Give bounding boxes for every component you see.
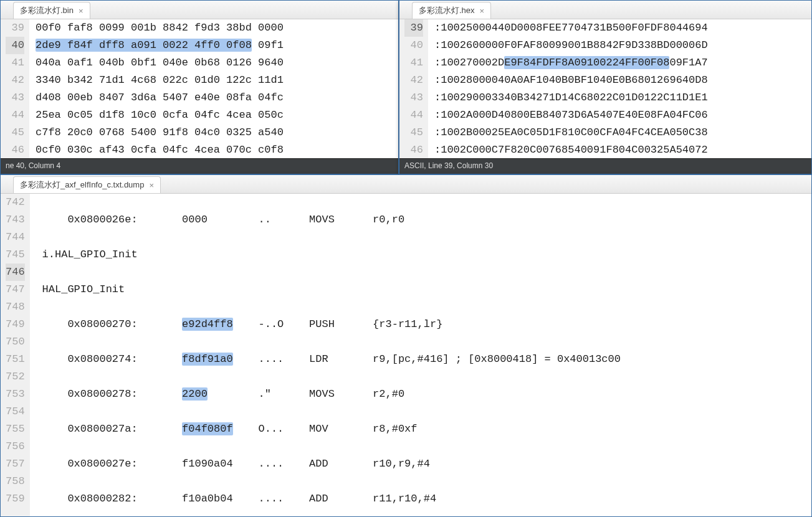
line-number: 45 bbox=[404, 124, 423, 141]
disasm-row[interactable] bbox=[42, 263, 811, 281]
disasm-row[interactable] bbox=[42, 194, 811, 211]
disasm-address: 0x0800027e: bbox=[42, 458, 182, 470]
hex-window: 多彩流水灯.hex × 3940414243444546 :1002500044… bbox=[399, 0, 812, 174]
tabbar-bin: 多彩流水灯.bin × bbox=[1, 1, 398, 19]
text-segment: :1002C000C7F820C00768540091F804C00325A54… bbox=[434, 144, 708, 156]
disasm-row[interactable]: i.HAL_GPIO_Init bbox=[42, 246, 811, 263]
tab-bin[interactable]: 多彩流水灯.bin × bbox=[13, 2, 90, 19]
line-number: 42 bbox=[404, 72, 423, 89]
line-number: 751 bbox=[6, 351, 25, 368]
disasm-address: 0x08000274: bbox=[42, 353, 182, 365]
disasm-address: 0x08000282: bbox=[42, 493, 182, 505]
line-number: 43 bbox=[6, 89, 24, 107]
line-number: 746 bbox=[6, 263, 25, 281]
statusbar-hex: ASCII, Line 39, Column 30 bbox=[399, 158, 811, 174]
disasm-opcode: 2200 bbox=[182, 387, 208, 401]
disasm-row[interactable] bbox=[42, 473, 811, 490]
text-segment: 0cf0 030c af43 0cfa 04fc 4cea 070c c0f8 bbox=[36, 144, 284, 156]
disasm-label: HAL_GPIO_Init bbox=[42, 283, 125, 295]
line-number: 39 bbox=[6, 19, 24, 37]
tab-hex[interactable]: 多彩流水灯.hex × bbox=[412, 2, 491, 19]
disasm-row[interactable] bbox=[42, 229, 811, 246]
disasm-row[interactable]: 0x08000282: f10a0b04 .... ADD r11,r10,#4 bbox=[42, 490, 811, 508]
code-row[interactable]: d408 00eb 8407 3d6a 5407 e40e 08fa 04fc bbox=[36, 89, 398, 107]
text-segment: 09F1A7 bbox=[669, 57, 707, 69]
code-row[interactable]: :10025000440D0008FEE7704731B500F0FDF8044… bbox=[434, 19, 811, 37]
disasm-row[interactable] bbox=[42, 403, 811, 420]
disasm-operands: .. MOVS r0,r0 bbox=[208, 214, 404, 225]
disasm-row[interactable] bbox=[42, 333, 811, 351]
close-icon[interactable]: × bbox=[79, 7, 84, 15]
disasm-row[interactable]: 0x0800027e: f1090a04 .... ADD r10,r9,#4 bbox=[42, 455, 811, 473]
line-number: 46 bbox=[6, 141, 24, 158]
code-row[interactable]: :100270002DE9F84FDFF8A09100224FF00F0809F… bbox=[434, 54, 811, 72]
tab-label: 多彩流水灯_axf_elfInfo_c.txt.dump bbox=[20, 179, 144, 191]
code-row[interactable]: 00f0 faf8 0099 001b 8842 f9d3 38bd 0000 bbox=[36, 19, 398, 37]
disasm-operands: -..O PUSH {r3-r11,lr} bbox=[233, 318, 443, 330]
disasm-row[interactable]: 0x08000278: 2200 ." MOVS r2,#0 bbox=[42, 386, 811, 403]
disasm-opcode: f04f080f bbox=[182, 422, 233, 435]
line-number: 757 bbox=[6, 455, 25, 473]
code-bin[interactable]: 00f0 faf8 0099 001b 8842 f9d3 38bd 00002… bbox=[29, 19, 398, 158]
tabbar-dump: 多彩流水灯_axf_elfInfo_c.txt.dump × bbox=[1, 175, 811, 194]
line-number: 754 bbox=[6, 403, 25, 420]
line-number: 45 bbox=[6, 124, 24, 141]
code-row[interactable]: :100290003340B34271D14C68022C01D0122C11D… bbox=[434, 89, 811, 107]
line-number: 749 bbox=[6, 316, 25, 333]
dump-window: 多彩流水灯_axf_elfInfo_c.txt.dump × 742743744… bbox=[0, 174, 812, 517]
close-icon[interactable]: × bbox=[480, 7, 485, 15]
disasm-address: 0x0800026e: bbox=[42, 214, 182, 225]
code-row[interactable]: 25ea 0c05 d1f8 10c0 0cfa 04fc 4cea 050c bbox=[36, 107, 398, 124]
line-number: 744 bbox=[6, 229, 25, 246]
text-segment: d408 00eb 8407 3d6a 5407 e40e 08fa 04fc bbox=[36, 92, 284, 103]
code-row[interactable]: c7f8 20c0 0768 5400 91f8 04c0 0325 a540 bbox=[36, 124, 398, 141]
line-number: 745 bbox=[6, 246, 25, 263]
code-row[interactable]: 040a 0af1 040b 0bf1 040e 0b68 0126 9640 bbox=[36, 54, 398, 72]
editor-dump[interactable]: 7427437447457467477487497507517527537547… bbox=[1, 194, 811, 516]
text-segment: 00f0 faf8 0099 001b 8842 f9d3 38bd 0000 bbox=[36, 22, 284, 34]
text-segment: 09f1 bbox=[252, 39, 284, 51]
text-segment: :1002600000F0FAF80099001B8842F9D338BD000… bbox=[434, 39, 708, 51]
line-number: 752 bbox=[6, 368, 25, 386]
disasm-row[interactable] bbox=[42, 368, 811, 386]
code-row[interactable]: :1002C000C7F820C00768540091F804C00325A54… bbox=[434, 141, 811, 158]
line-number: 41 bbox=[6, 54, 24, 72]
disasm-row[interactable]: 0x0800027a: f04f080f O... MOV r8,#0xf bbox=[42, 420, 811, 438]
disasm-row[interactable]: 0x08000270: e92d4ff8 -..O PUSH {r3-r11,l… bbox=[42, 316, 811, 333]
line-number: 747 bbox=[6, 281, 25, 298]
line-number: 742 bbox=[6, 194, 25, 211]
code-row[interactable]: 3340 b342 71d1 4c68 022c 01d0 122c 11d1 bbox=[36, 72, 398, 89]
gutter-dump: 7427437447457467477487497507517527537547… bbox=[1, 194, 30, 516]
text-segment: c7f8 20c0 0768 5400 91f8 04c0 0325 a540 bbox=[36, 126, 284, 138]
tab-label: 多彩流水灯.hex bbox=[419, 5, 475, 16]
disasm-row[interactable]: 0x0800026e: 0000 .. MOVS r0,r0 bbox=[42, 211, 811, 229]
close-icon[interactable]: × bbox=[149, 181, 154, 189]
disasm-row[interactable]: HAL_GPIO_Init bbox=[42, 281, 811, 298]
code-dump[interactable]: 0x0800026e: 0000 .. MOVS r0,r0i.HAL_GPIO… bbox=[30, 194, 811, 516]
disasm-opcode: 0000 bbox=[182, 214, 208, 225]
code-row[interactable]: :1002A000D40800EB84073D6A5407E40E08FA04F… bbox=[434, 107, 811, 124]
disasm-opcode: f10a0b04 bbox=[182, 493, 233, 505]
text-segment: :10025000440D0008FEE7704731B500F0FDF8044… bbox=[434, 22, 708, 34]
tab-dump[interactable]: 多彩流水灯_axf_elfInfo_c.txt.dump × bbox=[13, 176, 161, 193]
code-row[interactable]: :1002600000F0FAF80099001B8842F9D338BD000… bbox=[434, 37, 811, 54]
line-number: 44 bbox=[6, 107, 24, 124]
editor-hex[interactable]: 3940414243444546 :10025000440D0008FEE770… bbox=[399, 19, 811, 158]
code-hex[interactable]: :10025000440D0008FEE7704731B500F0FDF8044… bbox=[428, 19, 811, 158]
editor-bin[interactable]: 3940414243444546 00f0 faf8 0099 001b 884… bbox=[1, 19, 398, 158]
disasm-row[interactable]: 0x08000274: f8df91a0 .... LDR r9,[pc,#41… bbox=[42, 351, 811, 368]
gutter-hex: 3940414243444546 bbox=[399, 19, 428, 158]
code-row[interactable]: :10028000040A0AF1040B0BF1040E0B680126964… bbox=[434, 72, 811, 89]
disasm-row[interactable] bbox=[42, 438, 811, 455]
text-segment: :100270002D bbox=[434, 57, 504, 69]
tabbar-hex: 多彩流水灯.hex × bbox=[399, 1, 811, 19]
disasm-row[interactable] bbox=[42, 298, 811, 316]
line-number: 40 bbox=[404, 37, 423, 54]
code-row[interactable]: 0cf0 030c af43 0cfa 04fc 4cea 070c c0f8 bbox=[36, 141, 398, 158]
code-row[interactable]: 2de9 f84f dff8 a091 0022 4ff0 0f08 09f1 bbox=[36, 37, 398, 54]
code-row[interactable]: :1002B00025EA0C05D1F810C00CFA04FC4CEA050… bbox=[434, 124, 811, 141]
line-number: 39 bbox=[404, 19, 423, 37]
line-number: 743 bbox=[6, 211, 25, 229]
disasm-operands: .... ADD r11,r10,#4 bbox=[233, 493, 436, 505]
line-number: 42 bbox=[6, 72, 24, 89]
